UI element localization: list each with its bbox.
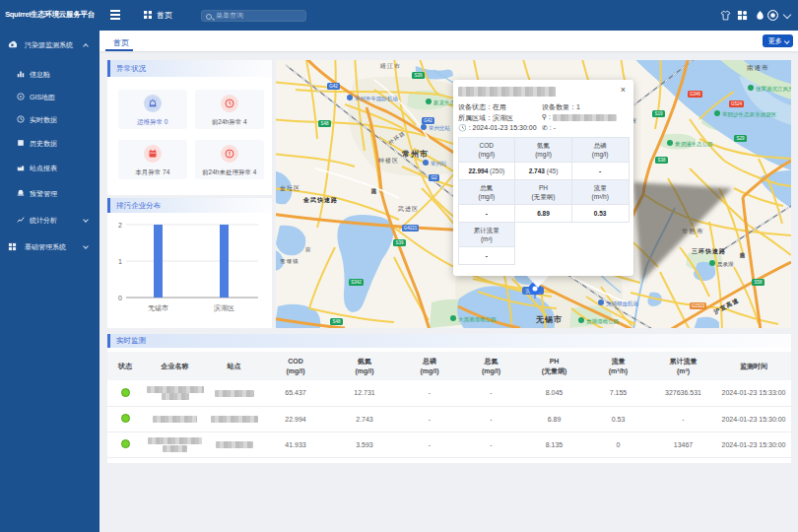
svg-text:2: 2 <box>118 222 122 229</box>
svg-text:武进区: 武进区 <box>398 205 419 213</box>
svg-text:S19: S19 <box>654 111 663 116</box>
svg-text:三环快速路: 三环快速路 <box>692 247 726 255</box>
svg-text:无锡市: 无锡市 <box>148 303 168 312</box>
svg-text:无锡硕放机场: 无锡硕放机场 <box>606 300 638 307</box>
svg-text:S48: S48 <box>332 319 341 324</box>
svg-text:贡湖湿地公园: 贡湖湿地公园 <box>586 318 619 325</box>
svg-text:1: 1 <box>118 258 122 265</box>
svg-text:G4221: G4221 <box>404 226 418 231</box>
svg-text:G346: G346 <box>690 92 701 97</box>
svg-text:S39: S39 <box>414 73 423 78</box>
svg-text:大溪港湿地公园: 大溪港湿地公园 <box>458 316 497 323</box>
svg-text:G2: G2 <box>431 175 437 180</box>
svg-text:黄泗浦生态公园: 黄泗浦生态公园 <box>675 141 713 148</box>
svg-text:G42: G42 <box>329 84 338 89</box>
svg-text:无锡市: 无锡市 <box>535 314 563 324</box>
svg-text:雪堰镇: 雪堰镇 <box>280 258 299 264</box>
svg-text:S29: S29 <box>736 136 745 141</box>
svg-text:昆承湖: 昆承湖 <box>717 261 734 268</box>
svg-text:S342: S342 <box>351 280 362 285</box>
svg-text:G524: G524 <box>731 101 743 106</box>
svg-text:靖江市: 靖江市 <box>379 62 401 69</box>
svg-text:常州奔牛国际机场: 常州奔牛国际机场 <box>355 96 398 102</box>
svg-text:常州站: 常州站 <box>431 161 447 166</box>
svg-text:金武快速路: 金武快速路 <box>302 196 338 204</box>
svg-text:南通市: 南通市 <box>747 64 769 71</box>
svg-text:常州北站: 常州北站 <box>429 125 451 132</box>
svg-text:0: 0 <box>118 295 122 301</box>
svg-text:S39: S39 <box>395 240 404 245</box>
svg-text:常阴沙生态农业旅游区: 常阴沙生态农业旅游区 <box>722 111 777 118</box>
svg-text:滨湖区: 滨湖区 <box>214 303 234 312</box>
svg-text:张家港滨江风光带: 张家港滨江风光带 <box>756 86 791 93</box>
svg-text:钟楼区: 钟楼区 <box>377 157 399 164</box>
svg-text:常州市: 常州市 <box>402 149 429 159</box>
svg-text:S58: S58 <box>754 280 763 285</box>
svg-text:S48: S48 <box>320 121 329 126</box>
svg-text:G1522: G1522 <box>692 303 705 308</box>
svg-text:金坛区: 金坛区 <box>279 184 300 191</box>
svg-text:S38: S38 <box>657 158 666 163</box>
svg-text:G42: G42 <box>424 118 432 123</box>
